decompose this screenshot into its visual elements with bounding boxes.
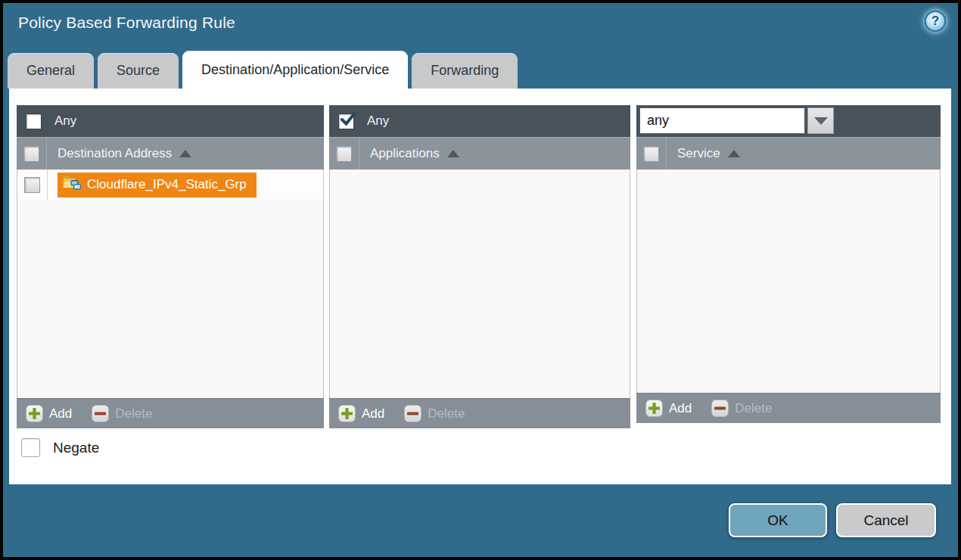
destination-address-header-row: Destination Address (17, 137, 324, 170)
service-column-header[interactable]: Service (677, 138, 740, 170)
address-group-item[interactable]: Cloudflare_IPv4_Static_Grp (58, 173, 257, 198)
tab-forwarding[interactable]: Forwarding (412, 53, 518, 89)
applications-any-checkbox[interactable] (338, 114, 354, 129)
destination-any-checkbox[interactable] (26, 114, 42, 129)
service-column: any Service Add (636, 105, 941, 423)
applications-any-label: Any (367, 114, 389, 129)
applications-footer-bar: Add Delete (329, 398, 630, 428)
destination-add-button[interactable]: Add (26, 405, 72, 422)
tab-destination-application-service[interactable]: Destination/Application/Service (182, 51, 408, 89)
sort-ascending-icon (447, 150, 459, 157)
service-add-button[interactable]: Add (645, 400, 692, 417)
dialog-title: Policy Based Forwarding Rule (18, 14, 235, 32)
service-dropdown-bar: any (636, 105, 941, 137)
chevron-down-icon (814, 117, 828, 125)
dropdown-button[interactable] (807, 107, 834, 134)
delete-minus-icon (711, 400, 729, 417)
destination-address-column: Any Destination Address (17, 105, 324, 428)
sort-ascending-icon (179, 150, 191, 157)
delete-minus-icon (404, 405, 421, 422)
tab-content-panel: Any Destination Address (9, 89, 951, 484)
destination-any-bar: Any (17, 105, 324, 137)
tab-general[interactable]: General (8, 53, 94, 89)
applications-header-row: Applications (329, 137, 630, 170)
applications-delete-button[interactable]: Delete (404, 405, 465, 422)
service-header-row: Service (636, 137, 941, 170)
add-plus-icon (645, 400, 663, 417)
policy-based-forwarding-dialog: Policy Based Forwarding Rule ? General S… (0, 0, 961, 560)
help-icon[interactable]: ? (925, 11, 946, 32)
destination-address-column-header[interactable]: Destination Address (58, 138, 191, 170)
service-select-all-checkbox[interactable] (643, 146, 659, 162)
address-group-name: Cloudflare_IPv4_Static_Grp (87, 177, 247, 192)
address-group-icon (62, 175, 81, 194)
destination-footer-bar: Add Delete (17, 398, 324, 428)
applications-column-header[interactable]: Applications (370, 138, 459, 170)
applications-any-bar: Any (329, 105, 630, 137)
service-delete-button[interactable]: Delete (711, 400, 772, 417)
tab-bar: General Source Destination/Application/S… (8, 51, 518, 89)
negate-label: Negate (53, 440, 99, 456)
destination-any-label: Any (54, 114, 76, 129)
applications-list (329, 170, 630, 398)
cancel-button[interactable]: Cancel (836, 503, 936, 537)
delete-minus-icon (92, 405, 109, 422)
service-footer-bar: Add Delete (636, 393, 941, 423)
applications-column: Any Applications Add (329, 105, 630, 428)
applications-select-all-checkbox[interactable] (336, 146, 352, 162)
add-plus-icon (26, 405, 43, 422)
service-list (636, 170, 941, 393)
tab-source[interactable]: Source (98, 53, 179, 89)
sort-ascending-icon (728, 150, 740, 157)
row-checkbox[interactable] (24, 177, 40, 193)
service-type-dropdown[interactable]: any (639, 107, 834, 134)
destination-delete-button[interactable]: Delete (92, 405, 152, 422)
negate-checkbox[interactable] (21, 438, 40, 457)
service-type-value[interactable]: any (639, 107, 805, 134)
destination-select-all-checkbox[interactable] (23, 146, 39, 162)
applications-add-button[interactable]: Add (338, 405, 384, 422)
destination-address-list: Cloudflare_IPv4_Static_Grp (17, 170, 324, 398)
table-row: Cloudflare_IPv4_Static_Grp (17, 170, 323, 200)
add-plus-icon (338, 405, 356, 422)
negate-option: Negate (21, 438, 99, 457)
ok-button[interactable]: OK (729, 503, 827, 537)
